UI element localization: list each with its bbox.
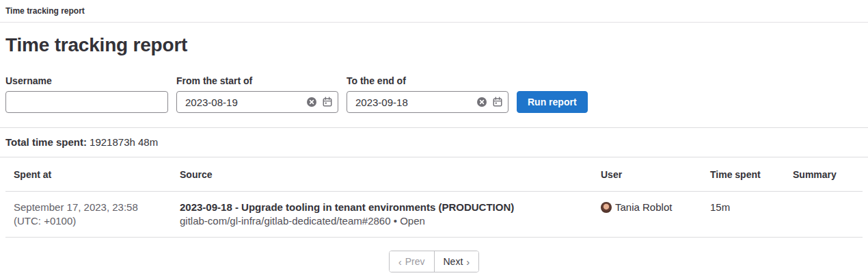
to-date-group: To the end of xyxy=(347,75,508,113)
username-input[interactable] xyxy=(5,91,168,113)
issue-reference: gitlab-com/gl-infra/gitlab-dedicated/tea… xyxy=(180,214,584,228)
to-date-input[interactable] xyxy=(355,97,472,108)
from-date-group: From the start of xyxy=(176,75,338,113)
calendar-icon[interactable] xyxy=(321,96,334,108)
total-time-spent: Total time spent: 1921873h 48m xyxy=(0,128,868,157)
report-filter-form: Username From the start of xyxy=(5,75,863,113)
clear-icon[interactable] xyxy=(476,96,488,108)
pagination-button-group: ‹ Prev Next › xyxy=(389,251,480,272)
to-date-field[interactable] xyxy=(347,91,508,113)
user-name[interactable]: Tania Roblot xyxy=(615,201,672,214)
column-header-summary: Summary xyxy=(785,157,863,192)
table-row: September 17, 2023, 23:58 (UTC: +0100) 2… xyxy=(5,192,863,238)
table-header-row: Spent at Source User Time spent Summary xyxy=(5,157,863,192)
spent-at-timezone: (UTC: +0100) xyxy=(14,214,163,228)
prev-page-button[interactable]: ‹ Prev xyxy=(390,251,434,272)
to-date-label: To the end of xyxy=(347,75,508,86)
time-spent-cell: 15m xyxy=(702,192,785,238)
source-cell: 2023-09-18 - Upgrade tooling in tenant e… xyxy=(172,192,593,238)
page-title: Time tracking report xyxy=(5,33,863,58)
from-date-field[interactable] xyxy=(176,91,338,113)
user-avatar xyxy=(601,202,612,213)
summary-cell xyxy=(785,192,863,238)
dot-separator: • xyxy=(394,215,397,227)
time-tracking-table: Spent at Source User Time spent Summary … xyxy=(5,157,863,238)
column-header-source: Source xyxy=(172,157,593,192)
issue-link[interactable]: 2023-09-18 - Upgrade tooling in tenant e… xyxy=(180,201,514,214)
chevron-left-icon: ‹ xyxy=(398,256,402,268)
clear-icon[interactable] xyxy=(306,96,318,108)
column-header-time-spent: Time spent xyxy=(702,157,785,192)
issue-state: Open xyxy=(400,215,425,227)
user-cell: Tania Roblot xyxy=(593,192,702,238)
username-label: Username xyxy=(5,75,168,86)
breadcrumb: Time tracking report xyxy=(0,0,868,23)
issue-path: gitlab-com/gl-infra/gitlab-dedicated/tea… xyxy=(180,215,391,227)
username-group: Username xyxy=(5,75,168,113)
column-header-spent-at: Spent at xyxy=(5,157,172,192)
run-report-group: Run report xyxy=(517,91,588,113)
total-time-value: 1921873h 48m xyxy=(90,136,158,148)
spent-at-cell: September 17, 2023, 23:58 (UTC: +0100) xyxy=(5,192,172,238)
pagination: ‹ Prev Next › xyxy=(0,251,868,272)
next-label: Next xyxy=(444,256,463,267)
from-date-label: From the start of xyxy=(176,75,338,86)
total-time-label: Total time spent: xyxy=(5,136,87,148)
chevron-right-icon: › xyxy=(466,256,470,268)
from-date-input[interactable] xyxy=(185,97,302,108)
spent-at-datetime: September 17, 2023, 23:58 xyxy=(14,201,163,214)
calendar-icon[interactable] xyxy=(491,96,504,108)
run-report-button[interactable]: Run report xyxy=(517,91,588,113)
column-header-user: User xyxy=(593,157,702,192)
breadcrumb-item-time-tracking-report[interactable]: Time tracking report xyxy=(5,6,85,16)
prev-label: Prev xyxy=(405,256,425,267)
next-page-button[interactable]: Next › xyxy=(434,251,479,272)
